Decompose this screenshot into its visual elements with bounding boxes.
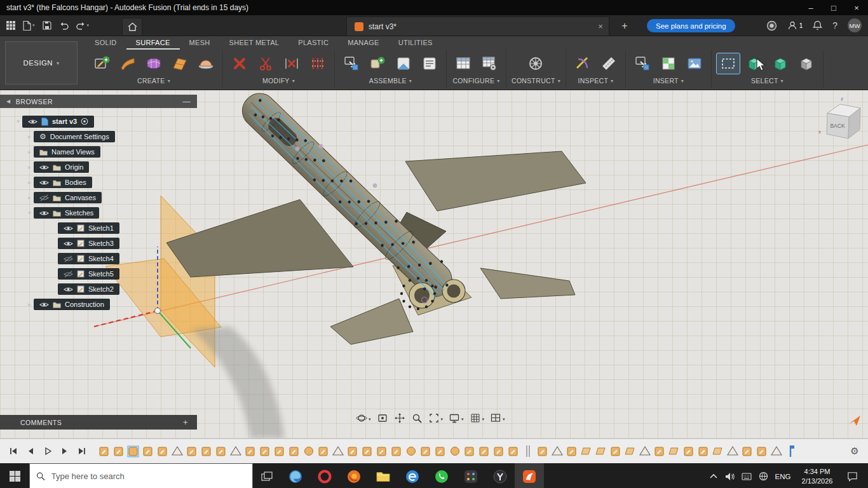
timeline-feature-sq[interactable]	[419, 445, 432, 458]
ribbon-group-label-inspect[interactable]: INSPECT▾	[578, 77, 613, 88]
timeline-feature-sq[interactable]	[741, 445, 754, 458]
timeline-settings-icon[interactable]: ⚙	[845, 445, 864, 457]
timeline-feature-sq[interactable]	[697, 445, 710, 458]
home-button[interactable]	[122, 18, 142, 35]
timeline-feature-sq[interactable]	[98, 445, 111, 458]
expand-chevron-icon[interactable]: ▸	[25, 179, 34, 186]
step-back-button[interactable]	[24, 444, 37, 458]
timeline-feature-pl[interactable]	[668, 445, 681, 458]
select-tool-icon[interactable]	[717, 53, 740, 74]
look-at-button[interactable]	[377, 412, 388, 426]
section-analysis-icon[interactable]	[597, 53, 620, 74]
timeline-feature-sq[interactable]	[346, 445, 359, 458]
visibility-eye-icon[interactable]	[28, 118, 37, 125]
timeline-feature-tri[interactable]	[726, 445, 739, 458]
display-settings-button[interactable]: ▾	[449, 412, 464, 426]
modeling-viewport[interactable]: BACK z x ◀ BROWSER — ▾start v3▸⚙Document…	[0, 90, 868, 438]
visibility-eye-icon[interactable]	[39, 210, 49, 217]
timeline-feature-tri[interactable]	[332, 445, 344, 458]
visibility-eye-icon[interactable]	[39, 164, 49, 171]
fit-button[interactable]: ▾	[428, 412, 444, 426]
undo-icon[interactable]	[59, 22, 69, 30]
new-design-icon[interactable]: ▾	[23, 21, 35, 30]
timeline-feature-tri[interactable]	[551, 445, 564, 458]
ribbon-group-label-modify[interactable]: MODIFY▾	[262, 77, 295, 88]
minimize-panel-icon[interactable]: —	[182, 97, 191, 106]
timeline-position-marker[interactable]	[785, 445, 797, 458]
ribbon-tab-solid[interactable]: SOLID	[85, 37, 126, 50]
task-view-button[interactable]	[253, 463, 281, 488]
timeline-feature-tri[interactable]	[171, 445, 184, 458]
grid-display-button[interactable]: ▾	[470, 412, 485, 426]
visibility-eye-icon[interactable]	[39, 301, 49, 308]
ribbon-group-label-construct[interactable]: CONSTRUCT▾	[512, 77, 560, 88]
ribbon-group-label-assemble[interactable]: ASSEMBLE▾	[369, 77, 412, 88]
timeline-feature-sq[interactable]	[259, 445, 271, 458]
hidden-items-icon[interactable]	[705, 471, 722, 481]
sketch-node[interactable]	[319, 144, 323, 149]
help-icon[interactable]: ?	[832, 20, 837, 30]
joint-icon[interactable]	[366, 53, 389, 74]
browser-item-canvases[interactable]: ▸Canvases	[0, 190, 197, 205]
touch-keyboard-icon[interactable]	[738, 471, 755, 481]
browser-item-sketch3[interactable]: Sketch3	[0, 236, 197, 251]
configuration-table-icon[interactable]	[478, 53, 501, 74]
timeline-feature-sq[interactable]	[112, 445, 125, 458]
redo-icon[interactable]: ▾	[76, 22, 90, 30]
dropdown-caret-icon[interactable]: ▾	[482, 417, 485, 422]
clock[interactable]: 4:34 PM 2/13/2026	[794, 467, 840, 486]
ribbon-tab-manage[interactable]: MANAGE	[338, 37, 388, 50]
browser-row-pill[interactable]: Sketch1	[58, 222, 119, 234]
timeline-feature-sq[interactable]	[492, 445, 505, 458]
timeline-feature-sq[interactable]	[536, 445, 549, 458]
left-stabilizer[interactable]	[330, 299, 413, 344]
language-indicator[interactable]: ENG	[771, 473, 794, 480]
browser-item-root[interactable]: ▾start v3	[0, 114, 197, 129]
ribbon-group-label-configure[interactable]: CONFIGURE▾	[452, 77, 499, 88]
volume-icon[interactable]	[722, 471, 738, 481]
browser-item-document-settings[interactable]: ▸⚙Document Settings	[0, 129, 197, 144]
close-tab-icon[interactable]: ×	[592, 22, 609, 31]
extend-icon[interactable]	[254, 53, 277, 74]
search-input[interactable]	[50, 471, 246, 482]
visibility-eye-off-icon[interactable]	[64, 271, 73, 278]
play-button[interactable]	[41, 444, 55, 458]
browser-item-construction[interactable]: ▸Construction	[0, 297, 197, 312]
ribbon-tab-mesh[interactable]: MESH	[180, 37, 220, 50]
timeline-feature-sq-sel[interactable]	[127, 445, 140, 458]
visibility-eye-icon[interactable]	[64, 286, 73, 293]
taskbar-app-opera[interactable]	[310, 463, 339, 488]
timeline-feature-sq[interactable]	[463, 445, 476, 458]
dropdown-caret-icon[interactable]: ▾	[87, 23, 90, 28]
browser-item-bodies[interactable]: ▸Bodies	[0, 175, 197, 190]
visibility-eye-off-icon[interactable]	[39, 194, 49, 201]
loft-icon[interactable]	[168, 53, 191, 74]
notifications-icon[interactable]	[813, 20, 822, 30]
visibility-eye-icon[interactable]	[64, 225, 73, 232]
ribbon-tab-utilities[interactable]: UTILITIES	[389, 37, 442, 50]
select-priority-face-icon[interactable]	[769, 53, 792, 74]
browser-row-pill[interactable]: Bodies	[34, 177, 92, 188]
ribbon-group-label-create[interactable]: CREATE▾	[137, 77, 170, 88]
visibility-eye-icon[interactable]	[39, 179, 49, 186]
select-priority-edge-icon[interactable]	[795, 53, 818, 74]
timeline-feature-sq[interactable]	[682, 445, 695, 458]
browser-root-row[interactable]: start v3	[22, 116, 94, 128]
expand-chevron-icon[interactable]: ▸	[25, 194, 34, 201]
dropdown-caret-icon[interactable]: ▾	[32, 23, 35, 28]
dropdown-caret-icon[interactable]: ▾	[461, 417, 464, 422]
browser-row-pill[interactable]: Canvases	[34, 192, 102, 203]
patch-icon[interactable]	[142, 53, 165, 74]
ribbon-group-label-select[interactable]: SELECT▾	[751, 77, 783, 88]
browser-item-sketch2[interactable]: Sketch2	[0, 281, 197, 297]
right-wing[interactable]	[405, 151, 586, 211]
timeline-feature-circ[interactable]	[302, 445, 315, 458]
expand-chevron-icon[interactable]: ▾	[25, 210, 34, 216]
taskbar-app-edge-legacy[interactable]	[398, 463, 427, 488]
browser-row-pill[interactable]: Sketch3	[58, 238, 119, 249]
browser-row-pill[interactable]: Named Views	[34, 146, 100, 158]
save-icon[interactable]	[43, 21, 51, 30]
measure-icon[interactable]	[571, 53, 594, 74]
visibility-eye-icon[interactable]	[64, 240, 73, 247]
insert-mesh-icon[interactable]	[657, 53, 680, 74]
